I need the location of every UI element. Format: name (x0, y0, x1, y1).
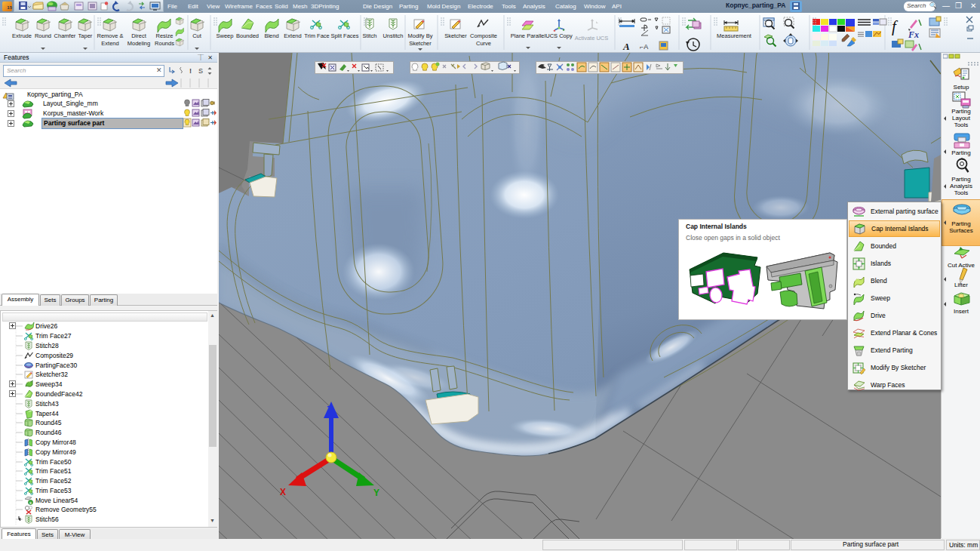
svg-text:Stitch: Stitch (363, 32, 377, 39)
svg-text:Blend: Blend (264, 32, 278, 39)
svg-text:f: f (892, 17, 899, 35)
svg-text:⌐A: ⌐A (640, 43, 648, 51)
svg-text:Bounded: Bounded (236, 32, 259, 39)
svg-text:Z: Z (327, 405, 332, 415)
svg-text:Y: Y (373, 488, 379, 498)
svg-text:Fx: Fx (908, 29, 919, 40)
svg-text:Trim Face: Trim Face (304, 32, 329, 39)
svg-text:Unstitch: Unstitch (382, 32, 403, 39)
svg-text:Extrude: Extrude (12, 32, 32, 39)
svg-text:Round: Round (35, 32, 51, 39)
svg-text:Rounds: Rounds (155, 40, 174, 47)
svg-text:Cut: Cut (192, 32, 202, 39)
svg-text:Direct: Direct (131, 32, 147, 39)
svg-text:Remove &: Remove & (97, 32, 123, 39)
svg-text:Taper: Taper (78, 32, 93, 39)
svg-text:Resize: Resize (156, 32, 174, 39)
svg-text:Extend: Extend (101, 40, 118, 47)
svg-text:Chamfer: Chamfer (54, 32, 76, 39)
svg-text:Sketcher: Sketcher (409, 40, 432, 47)
svg-text:Extend: Extend (284, 32, 301, 39)
svg-text:X: X (280, 487, 286, 497)
svg-text:Composite: Composite (470, 32, 497, 39)
svg-text:S: S (198, 67, 203, 75)
svg-text:Sketcher: Sketcher (444, 32, 467, 39)
svg-text:Measurement: Measurement (717, 32, 752, 39)
svg-text:Sweep: Sweep (217, 32, 234, 39)
svg-text:Activate UCS: Activate UCS (575, 35, 609, 42)
svg-text:A: A (622, 41, 630, 52)
svg-text:!: ! (189, 67, 192, 75)
svg-text:Plane Parallel: Plane Parallel (511, 32, 546, 39)
svg-text:Modify By: Modify By (408, 32, 433, 39)
svg-text:Modeling: Modeling (127, 40, 150, 47)
svg-text:Curve: Curve (476, 40, 491, 47)
svg-text:Split Faces: Split Faces (330, 32, 358, 39)
svg-text:UCS Copy: UCS Copy (545, 32, 573, 39)
